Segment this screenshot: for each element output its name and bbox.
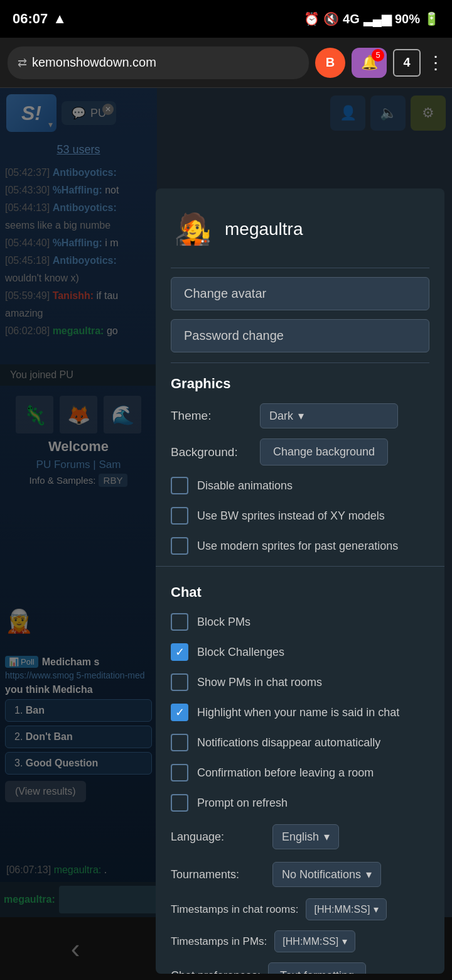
check-mark-2: ✓ xyxy=(175,705,185,719)
change-avatar-button[interactable]: Change avatar xyxy=(171,277,429,310)
checkbox-bw-sprites: Use BW sprites instead of XY models xyxy=(156,501,444,531)
chat-preferences-label: Chat preferences: xyxy=(171,969,261,974)
main-area: S! ▾ 💬 PU ✕ 👤 🔈 ⚙ 53 users [05:42:37] An xyxy=(0,88,452,980)
background-row: Background: Change background xyxy=(156,433,444,471)
status-right: ⏰ 🔇 4G ▂▄▆ 90% 🔋 xyxy=(304,11,439,26)
timestamps-rooms-value: [HH:MM:SS] xyxy=(314,904,370,915)
block-challenges-label: Block Challenges xyxy=(197,646,284,659)
text-formatting-button[interactable]: Text formatting xyxy=(268,962,366,974)
tournaments-value: No Notifications xyxy=(282,868,361,881)
status-bars: ▂▄▆ xyxy=(363,11,391,26)
status-signal: 4G xyxy=(343,12,360,26)
language-dropdown-icon: ▾ xyxy=(324,830,330,844)
tab-count[interactable]: 4 xyxy=(393,49,421,77)
chat-section-title: Chat xyxy=(156,572,444,607)
checkbox-confirm-leave: Confirmation before leaving a room xyxy=(156,758,444,788)
url-text: kemonshowdown.com xyxy=(32,55,156,70)
show-pms-checkbox[interactable] xyxy=(171,673,188,691)
notification-count: 5 xyxy=(372,49,384,62)
browser-bar: ⇄ kemonshowdown.com B 🔔 5 4 ⋮ xyxy=(0,38,452,88)
theme-row: Theme: Dark ▾ xyxy=(156,398,444,433)
checkbox-block-pms: Block PMs xyxy=(156,607,444,637)
checkbox-highlight-name: ✓ Highlight when your name is said in ch… xyxy=(156,697,444,727)
check-mark: ✓ xyxy=(175,645,185,659)
checkbox-notifs-disappear: Notifications disappear automatically xyxy=(156,727,444,758)
browser-url-bar[interactable]: ⇄ kemonshowdown.com xyxy=(8,46,309,79)
notifs-disappear-label: Notifications disappear automatically xyxy=(197,736,380,749)
confirm-leave-checkbox[interactable] xyxy=(171,764,188,781)
theme-select[interactable]: Dark ▾ xyxy=(260,403,398,428)
brave-browser-icon[interactable]: B xyxy=(315,48,345,78)
timestamps-pms-label: Timestamps in PMs: xyxy=(171,935,267,948)
chat-preferences-row: Chat preferences: Text formatting xyxy=(156,957,444,974)
disable-animations-label: Disable animations xyxy=(197,479,293,493)
notifs-disappear-checkbox[interactable] xyxy=(171,734,188,751)
user-avatar: 🧑‍🎤 xyxy=(171,201,215,258)
checkbox-block-challenges: ✓ Block Challenges xyxy=(156,637,444,667)
status-battery-icon: 🔋 xyxy=(424,11,439,26)
url-security-icon: ⇄ xyxy=(18,56,27,70)
divider-3 xyxy=(156,566,444,567)
checkbox-show-pms: Show PMs in chat rooms xyxy=(156,667,444,697)
status-battery: 90% xyxy=(395,12,420,26)
timestamps-pms-select[interactable]: [HH:MM:SS] ▾ xyxy=(274,930,355,952)
timestamps-rooms-label: Timestamps in chat rooms: xyxy=(171,903,298,916)
language-select[interactable]: English ▾ xyxy=(272,824,339,849)
disable-animations-checkbox[interactable] xyxy=(171,477,188,494)
tournaments-row: Tournaments: No Notifications ▾ xyxy=(156,856,444,893)
timestamps-pms-row: Timestamps in PMs: [HH:MM:SS] ▾ xyxy=(156,925,444,957)
status-alarm: ⏰ xyxy=(304,11,320,26)
confirm-leave-label: Confirmation before leaving a room xyxy=(197,766,374,780)
settings-panel: 🧑‍🎤 megaultra Change avatar Password cha… xyxy=(156,188,444,974)
highlight-name-label: Highlight when your name is said in chat xyxy=(197,706,399,719)
user-header: 🧑‍🎤 megaultra xyxy=(156,188,444,268)
divider-1 xyxy=(171,268,429,268)
timestamps-pms-value: [HH:MM:SS] xyxy=(282,936,338,947)
bw-sprites-checkbox[interactable] xyxy=(171,507,188,525)
timestamps-rooms-dropdown-icon: ▾ xyxy=(374,903,379,915)
tournaments-dropdown-icon: ▾ xyxy=(366,868,372,881)
tournaments-select[interactable]: No Notifications ▾ xyxy=(272,862,381,887)
theme-value: Dark xyxy=(269,410,293,423)
block-challenges-checkbox[interactable]: ✓ xyxy=(171,643,188,661)
block-pms-checkbox[interactable] xyxy=(171,613,188,631)
status-left: 06:07 ▲ xyxy=(13,11,67,27)
prompt-refresh-label: Prompt on refresh xyxy=(197,797,288,810)
highlight-name-checkbox[interactable]: ✓ xyxy=(171,704,188,721)
modern-sprites-label: Use modern sprites for past generations xyxy=(197,540,398,553)
timestamps-pms-dropdown-icon: ▾ xyxy=(342,935,347,947)
notification-bell[interactable]: 🔔 5 xyxy=(352,48,387,78)
prompt-refresh-checkbox[interactable] xyxy=(171,794,188,812)
status-bar: 06:07 ▲ ⏰ 🔇 4G ▂▄▆ 90% 🔋 xyxy=(0,0,452,38)
show-pms-label: Show PMs in chat rooms xyxy=(197,676,322,689)
language-value: English xyxy=(282,830,319,844)
bw-sprites-label: Use BW sprites instead of XY models xyxy=(197,509,385,523)
status-mute: 🔇 xyxy=(323,11,339,26)
tournaments-label: Tournaments: xyxy=(171,868,265,881)
language-label: Language: xyxy=(171,830,265,844)
more-menu-button[interactable]: ⋮ xyxy=(427,52,444,73)
checkbox-modern-sprites: Use modern sprites for past generations xyxy=(156,531,444,561)
change-background-button[interactable]: Change background xyxy=(260,438,388,466)
checkbox-prompt-refresh: Prompt on refresh xyxy=(156,788,444,818)
status-warning: ▲ xyxy=(53,11,67,27)
password-change-button[interactable]: Password change xyxy=(171,319,429,352)
background-label: Background: xyxy=(171,445,252,459)
timestamps-rooms-select[interactable]: [HH:MM:SS] ▾ xyxy=(306,898,387,920)
theme-label: Theme: xyxy=(171,409,252,423)
graphics-section-title: Graphics xyxy=(156,363,444,398)
timestamps-rooms-row: Timestamps in chat rooms: [HH:MM:SS] ▾ xyxy=(156,893,444,925)
language-row: Language: English ▾ xyxy=(156,818,444,856)
checkbox-disable-animations: Disable animations xyxy=(156,471,444,501)
modern-sprites-checkbox[interactable] xyxy=(171,537,188,555)
block-pms-label: Block PMs xyxy=(197,616,250,629)
status-time: 06:07 xyxy=(13,11,48,27)
theme-dropdown-icon: ▾ xyxy=(298,409,304,423)
username-label: megaultra xyxy=(225,219,303,239)
